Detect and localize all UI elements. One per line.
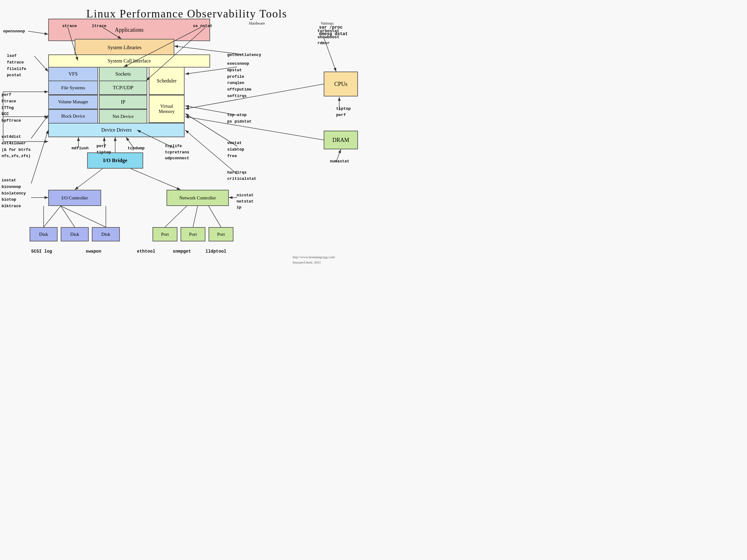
svg-line-25: [185, 84, 324, 109]
tool-tcpdump: tcpdump: [128, 145, 145, 151]
svg-line-33: [61, 206, 106, 227]
layer-sockets: Sockets: [99, 67, 147, 81]
layer-system-libraries: System Libraries: [75, 39, 174, 56]
box-disk-1: Disk: [30, 227, 58, 241]
tool-top-group: top atopps pidstat: [227, 112, 252, 125]
box-cpus: CPUs: [324, 72, 358, 97]
svg-line-7: [34, 56, 48, 72]
tool-various-tools: sar /procdmesg dstat: [319, 24, 348, 37]
tool-snmpget: snmpget: [173, 249, 191, 254]
layer-device-drivers: Device Drivers: [48, 123, 185, 137]
box-disk-3: Disk: [92, 227, 120, 241]
layer-volume-manager: Volume Manager: [48, 95, 98, 109]
layer-vfs: VFS: [48, 67, 98, 81]
tool-lldptool: lldptool: [205, 249, 226, 254]
tool-tcp-group: tcplifetcpretransudpconnect: [165, 143, 189, 161]
tool-mdflush: mdflush: [72, 145, 89, 151]
tool-vmstat-group: vmstatslabtopfree: [227, 140, 244, 159]
layer-system-call-interface: System Call Interface: [48, 54, 210, 68]
box-network-controller: Network Controller: [166, 190, 229, 206]
layer-virtual-memory: VirtualMemory: [149, 95, 185, 123]
tool-nicstat-group: nicstatnetstatip: [236, 192, 254, 211]
svg-line-36: [165, 206, 187, 227]
svg-line-29: [75, 169, 103, 190]
svg-line-37: [193, 206, 198, 227]
tool-lsof-group: lsoffatracefilelifepcstat: [7, 53, 26, 79]
tool-gethostlatency: gethostlatency: [227, 52, 261, 58]
tool-scsi-log: SCSI log: [31, 249, 52, 254]
layer-block-device: Block Device: [48, 109, 98, 124]
layer-applications: Applications: [48, 19, 210, 41]
tool-perf-group: perfFtraceLTTngBCCbpftrace: [2, 92, 21, 124]
tool-strace: strace: [62, 23, 77, 29]
tool-tiptop-perf: tiptopperf: [336, 106, 351, 118]
svg-line-12: [31, 115, 48, 138]
tool-perf-tiptop: perftiptop: [97, 143, 111, 155]
svg-line-27: [185, 117, 324, 140]
diagram: Linux Performance Observability Tools Op…: [0, 0, 374, 268]
tool-ltrace: ltrace: [92, 23, 106, 29]
box-io-controller: I/O Controller: [48, 190, 101, 206]
tool-numastat: numastat: [330, 159, 349, 164]
box-disk-2: Disk: [61, 227, 89, 241]
website-label: http://www.brendangregg.com/linuxperf.ht…: [292, 255, 335, 265]
tool-swapon: swapon: [85, 249, 101, 254]
svg-line-31: [44, 206, 61, 227]
tool-opensnoop: opensnoop: [3, 29, 25, 34]
tool-ext4-group: ext4distext4slower(& for btrfsnfs,xfs,zf…: [2, 134, 31, 160]
box-port-2: Port: [181, 227, 205, 241]
hardware-label: Hardware: [249, 20, 265, 26]
layer-net-device: Net Device: [99, 109, 147, 124]
tool-iostat-group: iostatbiosnoopbiolatencybiotopblktrace: [2, 177, 26, 210]
tool-hardirqs-group: hardirqscriticalstat: [227, 169, 256, 182]
box-dram: DRAM: [324, 131, 358, 149]
layer-io-bridge: I/O Bridge: [87, 153, 143, 169]
tool-ss-nstat: ss nstat: [193, 23, 212, 29]
tool-execsnoop-group: execsnoopmpstatprofilerunqlenoffcputimes…: [227, 61, 252, 100]
box-port-1: Port: [153, 227, 177, 241]
box-port-3: Port: [209, 227, 233, 241]
layer-scheduler: Scheduler: [149, 67, 185, 95]
layer-tcp-udp: TCP/UDP: [99, 81, 147, 95]
tool-ethtool: ethtool: [137, 249, 155, 254]
layer-ip: IP: [99, 95, 147, 109]
svg-line-38: [209, 206, 221, 227]
svg-line-32: [61, 206, 75, 227]
svg-line-2: [28, 31, 48, 34]
layer-file-systems: File Systems: [48, 81, 98, 95]
svg-line-13: [31, 130, 48, 184]
svg-line-30: [131, 169, 181, 190]
